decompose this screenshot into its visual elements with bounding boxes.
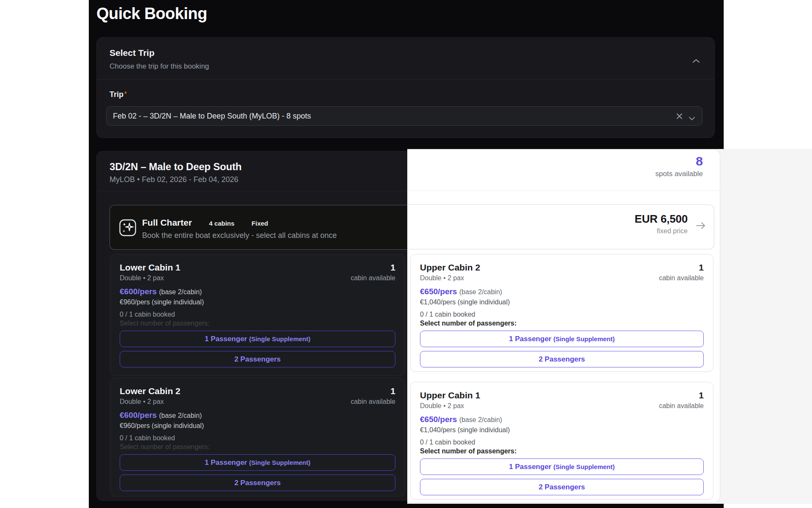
sparkles-icon — [119, 219, 136, 238]
two-passengers-button[interactable]: 2 Passengers — [420, 479, 704, 495]
two-passengers-label: 2 Passengers — [539, 483, 585, 491]
two-passengers-button[interactable]: 2 Passengers — [120, 351, 395, 367]
spots-count: 8 — [656, 154, 703, 168]
cabin-price-single: €1,040/pers (single individual) — [420, 426, 704, 434]
select-trip-title: Select Trip — [110, 48, 154, 58]
cabin-name: Lower Cabin 1 — [120, 262, 181, 273]
cabin-booked-status: 0 / 1 cabin booked — [420, 439, 704, 446]
cabin-type: Double • 2 pax — [420, 402, 464, 410]
cabin-price-base-note: (base 2/cabin) — [459, 416, 502, 423]
cabin-card-lower-cabin-2: Lower Cabin 2 1 Double • 2 pax cabin ava… — [110, 378, 405, 497]
cabin-name: Upper Cabin 2 — [420, 262, 480, 273]
cabin-type: Double • 2 pax — [420, 274, 464, 282]
trip-details-subtitle: MyLOB • Feb 02, 2026 - Feb 04, 2026 — [110, 175, 238, 184]
one-passenger-button[interactable]: 1 Passenger (Single Supplement) — [120, 331, 395, 347]
two-passengers-button[interactable]: 2 Passengers — [420, 351, 704, 367]
cabin-price-base: €600/pers — [120, 411, 157, 420]
cabin-card-upper-cabin-2: Upper Cabin 2 1 Double • 2 pax cabin ava… — [410, 254, 713, 372]
one-passenger-label: 1 Passenger — [509, 335, 551, 343]
full-charter-banner[interactable]: Full Charter 4 cabins Fixed Book the ent… — [110, 205, 408, 250]
cabin-type: Double • 2 pax — [120, 274, 164, 282]
quick-booking-page: Quick Booking Select Trip Choose the tri… — [0, 0, 812, 508]
one-passenger-label: 1 Passenger — [205, 335, 247, 343]
single-supplement-note: (Single Supplement) — [553, 463, 614, 470]
single-supplement-note: (Single Supplement) — [249, 459, 310, 466]
select-passengers-label: Select number of passengers: — [120, 320, 395, 327]
x-clear-icon[interactable] — [676, 113, 683, 121]
cabin-available-label: cabin available — [659, 402, 704, 410]
arrow-right-icon — [695, 221, 706, 232]
trip-label-text: Trip — [110, 90, 123, 99]
cabin-booked-status: 0 / 1 cabin booked — [120, 434, 395, 442]
cabin-available-count: 1 — [699, 262, 704, 273]
cabin-type: Double • 2 pax — [120, 398, 164, 406]
cabin-price-base-note: (base 2/cabin) — [459, 288, 502, 295]
cabin-name: Lower Cabin 2 — [120, 386, 181, 396]
chevron-up-icon[interactable] — [692, 57, 700, 65]
cabin-price-base: €600/pers — [120, 287, 157, 296]
full-charter-price-note: fixed price — [635, 227, 688, 235]
trip-select-input[interactable]: Feb 02 - – 3D/2N – Male to Deep South (M… — [106, 106, 702, 126]
cabin-price-single: €960/pers (single individual) — [120, 298, 395, 306]
select-passengers-label: Select number of passengers: — [420, 320, 704, 327]
one-passenger-label: 1 Passenger — [509, 463, 551, 471]
full-charter-cabins-badge: 4 cabins — [209, 220, 234, 227]
card-divider — [97, 79, 714, 80]
single-supplement-note: (Single Supplement) — [249, 335, 310, 342]
cabin-price-base: €650/pers — [420, 287, 457, 296]
one-passenger-button[interactable]: 1 Passenger (Single Supplement) — [120, 454, 395, 471]
one-passenger-button[interactable]: 1 Passenger (Single Supplement) — [420, 331, 704, 347]
cabin-booked-status: 0 / 1 cabin booked — [420, 311, 704, 318]
cabin-available-label: cabin available — [351, 398, 395, 406]
trip-field-label: Trip* — [110, 90, 126, 99]
spots-available-block: 8 spots available — [656, 154, 703, 178]
card-divider — [407, 190, 720, 191]
two-passengers-button[interactable]: 2 Passengers — [120, 475, 395, 491]
cabin-name: Upper Cabin 1 — [420, 390, 480, 400]
cabin-card-lower-cabin-1: Lower Cabin 1 1 Double • 2 pax cabin ava… — [110, 254, 405, 376]
trip-select-value: Feb 02 - – 3D/2N – Male to Deep South (M… — [113, 107, 311, 125]
chevron-down-icon[interactable] — [689, 115, 695, 122]
two-passengers-label: 2 Passengers — [539, 355, 585, 363]
cabin-price-base-note: (base 2/cabin) — [159, 412, 202, 419]
one-passenger-label: 1 Passenger — [205, 458, 247, 467]
one-passenger-button[interactable]: 1 Passenger (Single Supplement) — [420, 458, 704, 475]
cabin-price-base: €650/pers — [420, 415, 457, 424]
select-passengers-label: Select number of passengers: — [120, 443, 395, 451]
page-title: Quick Booking — [96, 3, 207, 24]
two-passengers-label: 2 Passengers — [234, 479, 281, 487]
cabin-available-count: 1 — [699, 390, 704, 400]
trip-details-title: 3D/2N – Male to Deep South — [110, 161, 241, 173]
cabin-available-count: 1 — [390, 386, 395, 396]
cabin-booked-status: 0 / 1 cabin booked — [120, 311, 395, 318]
single-supplement-note: (Single Supplement) — [553, 335, 614, 342]
full-charter-fixed-badge: Fixed — [252, 220, 268, 227]
full-charter-description: Book the entire boat exclusively - selec… — [142, 231, 337, 240]
cabin-card-upper-cabin-1: Upper Cabin 1 1 Double • 2 pax cabin ava… — [410, 382, 713, 500]
select-trip-card: Select Trip Choose the trip for this boo… — [96, 37, 715, 138]
cabin-price-base-note: (base 2/cabin) — [159, 288, 202, 295]
cabin-price-single: €1,040/pers (single individual) — [420, 298, 704, 306]
select-passengers-label: Select number of passengers: — [420, 447, 704, 455]
required-asterisk: * — [124, 90, 126, 97]
light-theme-overlay-panel: 8 spots available EUR 6,500 fixed price … — [407, 149, 812, 504]
cabin-available-label: cabin available — [351, 274, 395, 282]
full-charter-banner-price[interactable]: EUR 6,500 fixed price — [407, 204, 714, 249]
two-passengers-label: 2 Passengers — [234, 355, 281, 363]
full-charter-price-block: EUR 6,500 fixed price — [635, 213, 688, 235]
select-trip-subtitle: Choose the trip for this booking — [110, 62, 209, 71]
spots-label: spots available — [656, 170, 703, 178]
cabin-available-label: cabin available — [659, 274, 704, 282]
cabin-price-single: €960/pers (single individual) — [120, 422, 395, 430]
full-charter-title: Full Charter — [142, 218, 192, 227]
full-charter-price: EUR 6,500 — [635, 213, 688, 226]
full-charter-heading: Full Charter 4 cabins Fixed — [142, 218, 268, 228]
cabin-available-count: 1 — [390, 262, 395, 273]
